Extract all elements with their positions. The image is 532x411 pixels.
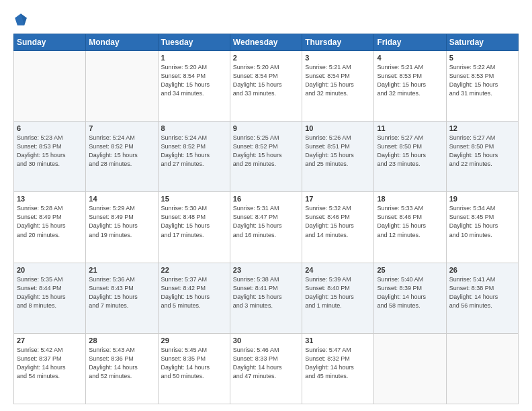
- calendar-cell: 6Sunrise: 5:23 AM Sunset: 8:53 PM Daylig…: [14, 122, 86, 192]
- day-number: 29: [161, 336, 227, 345]
- calendar-cell: 10Sunrise: 5:26 AM Sunset: 8:51 PM Dayli…: [302, 122, 374, 192]
- day-number: 4: [377, 54, 443, 62]
- day-number: 18: [377, 195, 443, 203]
- day-number: 27: [17, 336, 83, 345]
- day-number: 1: [161, 54, 227, 62]
- calendar-cell: [374, 333, 446, 404]
- calendar-cell: 20Sunrise: 5:35 AM Sunset: 8:44 PM Dayli…: [14, 263, 86, 333]
- day-header-saturday: Saturday: [446, 34, 518, 51]
- day-header-tuesday: Tuesday: [158, 34, 230, 51]
- day-number: 25: [377, 266, 443, 274]
- day-number: 21: [89, 266, 154, 274]
- day-number: 5: [449, 54, 515, 62]
- day-info: Sunrise: 5:47 AM Sunset: 8:32 PM Dayligh…: [305, 346, 371, 381]
- day-number: 31: [305, 336, 371, 345]
- day-number: 16: [233, 195, 299, 203]
- day-info: Sunrise: 5:34 AM Sunset: 8:45 PM Dayligh…: [449, 204, 515, 239]
- day-info: Sunrise: 5:27 AM Sunset: 8:50 PM Dayligh…: [377, 134, 443, 169]
- calendar-cell: [446, 333, 518, 404]
- day-info: Sunrise: 5:40 AM Sunset: 8:39 PM Dayligh…: [377, 275, 443, 310]
- day-info: Sunrise: 5:26 AM Sunset: 8:51 PM Dayligh…: [305, 134, 371, 169]
- day-header-thursday: Thursday: [302, 34, 374, 51]
- calendar-cell: 4Sunrise: 5:21 AM Sunset: 8:53 PM Daylig…: [374, 51, 446, 122]
- day-number: 12: [449, 124, 515, 132]
- calendar-cell: [86, 51, 158, 122]
- calendar-cell: 16Sunrise: 5:31 AM Sunset: 8:47 PM Dayli…: [230, 192, 302, 263]
- day-number: 11: [377, 124, 443, 132]
- day-number: 20: [17, 266, 83, 274]
- day-info: Sunrise: 5:45 AM Sunset: 8:35 PM Dayligh…: [161, 346, 227, 381]
- calendar-cell: 31Sunrise: 5:47 AM Sunset: 8:32 PM Dayli…: [302, 333, 374, 404]
- calendar-cell: 13Sunrise: 5:28 AM Sunset: 8:49 PM Dayli…: [14, 192, 86, 263]
- day-info: Sunrise: 5:39 AM Sunset: 8:40 PM Dayligh…: [305, 275, 371, 310]
- day-info: Sunrise: 5:32 AM Sunset: 8:46 PM Dayligh…: [305, 204, 371, 239]
- logo-icon: [13, 12, 28, 27]
- day-number: 28: [89, 336, 154, 345]
- day-number: 13: [17, 195, 83, 203]
- day-number: 19: [449, 195, 515, 203]
- calendar-cell: [14, 51, 86, 122]
- calendar-cell: 15Sunrise: 5:30 AM Sunset: 8:48 PM Dayli…: [158, 192, 230, 263]
- day-info: Sunrise: 5:31 AM Sunset: 8:47 PM Dayligh…: [233, 204, 299, 239]
- calendar-cell: 14Sunrise: 5:29 AM Sunset: 8:49 PM Dayli…: [86, 192, 158, 263]
- calendar-cell: 27Sunrise: 5:42 AM Sunset: 8:37 PM Dayli…: [14, 333, 86, 404]
- day-number: 26: [449, 266, 515, 274]
- calendar-cell: 9Sunrise: 5:25 AM Sunset: 8:52 PM Daylig…: [230, 122, 302, 192]
- day-info: Sunrise: 5:24 AM Sunset: 8:52 PM Dayligh…: [161, 134, 227, 169]
- calendar-cell: 29Sunrise: 5:45 AM Sunset: 8:35 PM Dayli…: [158, 333, 230, 404]
- day-header-sunday: Sunday: [14, 34, 86, 51]
- calendar-cell: 8Sunrise: 5:24 AM Sunset: 8:52 PM Daylig…: [158, 122, 230, 192]
- calendar-cell: 17Sunrise: 5:32 AM Sunset: 8:46 PM Dayli…: [302, 192, 374, 263]
- calendar-cell: 26Sunrise: 5:41 AM Sunset: 8:38 PM Dayli…: [446, 263, 518, 333]
- calendar-cell: 24Sunrise: 5:39 AM Sunset: 8:40 PM Dayli…: [302, 263, 374, 333]
- calendar-cell: 1Sunrise: 5:20 AM Sunset: 8:54 PM Daylig…: [158, 51, 230, 122]
- logo: [13, 12, 31, 27]
- calendar-cell: 30Sunrise: 5:46 AM Sunset: 8:33 PM Dayli…: [230, 333, 302, 404]
- day-info: Sunrise: 5:36 AM Sunset: 8:43 PM Dayligh…: [89, 275, 154, 310]
- day-number: 7: [89, 124, 154, 132]
- day-info: Sunrise: 5:28 AM Sunset: 8:49 PM Dayligh…: [17, 204, 83, 239]
- day-number: 9: [233, 124, 299, 132]
- day-info: Sunrise: 5:38 AM Sunset: 8:41 PM Dayligh…: [233, 275, 299, 310]
- day-info: Sunrise: 5:25 AM Sunset: 8:52 PM Dayligh…: [233, 134, 299, 169]
- day-header-monday: Monday: [86, 34, 158, 51]
- day-number: 8: [161, 124, 227, 132]
- calendar-cell: 5Sunrise: 5:22 AM Sunset: 8:53 PM Daylig…: [446, 51, 518, 122]
- day-info: Sunrise: 5:21 AM Sunset: 8:53 PM Dayligh…: [377, 63, 443, 98]
- day-info: Sunrise: 5:20 AM Sunset: 8:54 PM Dayligh…: [161, 63, 227, 98]
- calendar-cell: 18Sunrise: 5:33 AM Sunset: 8:46 PM Dayli…: [374, 192, 446, 263]
- day-info: Sunrise: 5:42 AM Sunset: 8:37 PM Dayligh…: [17, 346, 83, 381]
- day-info: Sunrise: 5:23 AM Sunset: 8:53 PM Dayligh…: [17, 134, 83, 169]
- day-number: 24: [305, 266, 371, 274]
- day-number: 15: [161, 195, 227, 203]
- calendar-cell: 23Sunrise: 5:38 AM Sunset: 8:41 PM Dayli…: [230, 263, 302, 333]
- calendar-cell: 21Sunrise: 5:36 AM Sunset: 8:43 PM Dayli…: [86, 263, 158, 333]
- day-info: Sunrise: 5:30 AM Sunset: 8:48 PM Dayligh…: [161, 204, 227, 239]
- day-number: 22: [161, 266, 227, 274]
- calendar-cell: 25Sunrise: 5:40 AM Sunset: 8:39 PM Dayli…: [374, 263, 446, 333]
- day-number: 17: [305, 195, 371, 203]
- calendar-cell: 12Sunrise: 5:27 AM Sunset: 8:50 PM Dayli…: [446, 122, 518, 192]
- calendar-cell: 3Sunrise: 5:21 AM Sunset: 8:54 PM Daylig…: [302, 51, 374, 122]
- calendar-cell: 7Sunrise: 5:24 AM Sunset: 8:52 PM Daylig…: [86, 122, 158, 192]
- day-number: 23: [233, 266, 299, 274]
- day-number: 14: [89, 195, 154, 203]
- day-number: 2: [233, 54, 299, 62]
- day-number: 30: [233, 336, 299, 345]
- day-info: Sunrise: 5:22 AM Sunset: 8:53 PM Dayligh…: [449, 63, 515, 98]
- day-info: Sunrise: 5:29 AM Sunset: 8:49 PM Dayligh…: [89, 204, 154, 239]
- calendar-cell: 19Sunrise: 5:34 AM Sunset: 8:45 PM Dayli…: [446, 192, 518, 263]
- day-info: Sunrise: 5:35 AM Sunset: 8:44 PM Dayligh…: [17, 275, 83, 310]
- day-header-friday: Friday: [374, 34, 446, 51]
- page-header: [13, 12, 519, 27]
- day-header-wednesday: Wednesday: [230, 34, 302, 51]
- day-info: Sunrise: 5:21 AM Sunset: 8:54 PM Dayligh…: [305, 63, 371, 98]
- day-info: Sunrise: 5:37 AM Sunset: 8:42 PM Dayligh…: [161, 275, 227, 310]
- calendar-cell: 28Sunrise: 5:43 AM Sunset: 8:36 PM Dayli…: [86, 333, 158, 404]
- day-info: Sunrise: 5:46 AM Sunset: 8:33 PM Dayligh…: [233, 346, 299, 381]
- calendar-cell: 11Sunrise: 5:27 AM Sunset: 8:50 PM Dayli…: [374, 122, 446, 192]
- calendar-cell: 2Sunrise: 5:20 AM Sunset: 8:54 PM Daylig…: [230, 51, 302, 122]
- day-info: Sunrise: 5:20 AM Sunset: 8:54 PM Dayligh…: [233, 63, 299, 98]
- day-number: 10: [305, 124, 371, 132]
- day-info: Sunrise: 5:43 AM Sunset: 8:36 PM Dayligh…: [89, 346, 154, 381]
